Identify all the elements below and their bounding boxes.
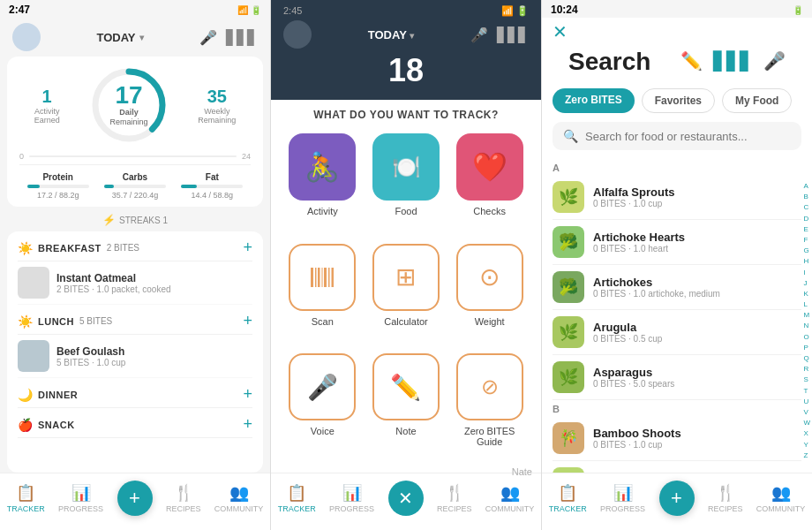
food-info: Beef Goulash 5 BITES · 1.0 cup (56, 345, 125, 367)
nav-progress[interactable]: 📊 PROGRESS (58, 483, 103, 513)
track-zero-bites[interactable]: ⊘ Zero BITESGuide (452, 353, 527, 466)
p2-community-icon: 👥 (500, 483, 520, 503)
nate-label: Nate (512, 466, 532, 477)
today-button[interactable]: TODAY ▾ (96, 31, 143, 44)
cancel-button[interactable]: ✕ (388, 481, 424, 516)
track-weight[interactable]: ⊙ Weight (452, 244, 527, 345)
fab-add-button[interactable]: + (117, 481, 153, 516)
mic-icon-3[interactable]: 🎤 (763, 50, 786, 72)
p2-nav-progress[interactable]: 📊 PROGRESS (329, 483, 374, 513)
mic-icon-2[interactable]: 🎤 (470, 26, 488, 43)
p3-nav-tracker[interactable]: 📋 TRACKER (549, 483, 587, 513)
food-sub: 0 BITES · 0.5 cup (593, 334, 662, 344)
snack-icon: 🍎 (18, 418, 33, 432)
food-info: Instant Oatmeal 2 BITES · 1.0 packet, co… (56, 272, 171, 294)
streak-icon: ⚡ (102, 214, 116, 226)
p2-progress-icon: 📊 (342, 483, 362, 503)
breakfast-add-button[interactable]: + (243, 238, 252, 257)
time-3: 10:24 (551, 4, 578, 16)
scale-max: 24 (242, 152, 251, 161)
track-activity[interactable]: 🚴 Activity (285, 133, 360, 235)
nav-tracker[interactable]: 📋 TRACKER (7, 483, 45, 513)
p2-nav-tracker[interactable]: 📋 TRACKER (278, 483, 316, 513)
list-item[interactable]: 🥦 Artichoke Hearts 0 BITES · 1.0 heart (553, 220, 801, 265)
food-sub: 5 BITES · 1.0 cup (56, 358, 125, 367)
weekly-value: 35 (198, 87, 236, 107)
list-item[interactable]: 🎋 Bamboo Shoots 0 BITES · 1.0 cup (553, 416, 801, 461)
search-bar[interactable]: 🔍 (553, 122, 801, 150)
track-calculator[interactable]: ⊞ Calculator (369, 244, 444, 345)
food-thumb-artichokes: 🥦 (553, 271, 584, 303)
track-checks[interactable]: ❤️ Checks (452, 133, 527, 235)
track-food[interactable]: 🍽️ Food (369, 133, 444, 235)
svg-rect-3 (315, 268, 317, 287)
p3-nav-progress[interactable]: 📊 PROGRESS (600, 483, 645, 513)
food-name: Beef Goulash (56, 345, 125, 358)
svg-rect-7 (328, 268, 330, 287)
today-label: TODAY (96, 31, 135, 44)
p2-recipes-label: RECIPES (437, 504, 472, 513)
p3-nav-community[interactable]: 👥 COMMUNITY (756, 483, 806, 513)
barcode-icon[interactable]: ▋▋▋ (226, 29, 258, 46)
p2-community-label: COMMUNITY (485, 504, 535, 513)
food-thumb-asparagus: 🌿 (553, 361, 584, 393)
dinner-section: 🌙 DINNER + (7, 378, 263, 408)
p2-nav-recipes[interactable]: 🍴 RECIPES (437, 483, 472, 513)
list-item[interactable]: 🌿 Asparagus 0 BITES · 5.0 spears (553, 355, 801, 400)
tab-my-food[interactable]: My Food (722, 88, 792, 113)
list-item[interactable]: 🌿 Arugula 0 BITES · 0.5 cup (553, 310, 801, 355)
list-item[interactable]: 🌿 Alfalfa Sprouts 0 BITES · 1.0 cup (553, 175, 801, 220)
calc-track-label: Calculator (384, 316, 428, 327)
food-info-asparagus: Asparagus 0 BITES · 5.0 spears (593, 366, 674, 389)
lunch-icon: ☀️ (18, 314, 33, 329)
bottom-nav-3: 📋 TRACKER 📊 PROGRESS + 🍴 RECIPES 👥 COMMU… (542, 473, 812, 530)
search-tabs: Zero BITES Favorites My Food (542, 88, 812, 122)
chevron-down-icon: ▾ (139, 33, 144, 42)
nav-recipes[interactable]: 🍴 RECIPES (166, 483, 201, 513)
nav-community[interactable]: 👥 COMMUNITY (214, 483, 264, 513)
barcode-icon-3[interactable]: ▋▋▋ (713, 50, 753, 72)
mic-icon[interactable]: 🎤 (199, 29, 217, 46)
track-note[interactable]: ✏️ Note (369, 353, 444, 466)
snack-add-button[interactable]: + (243, 415, 252, 434)
meal-log: ☀️ BREAKFAST 2 BITES + Instant Oatmeal 2… (7, 231, 263, 473)
ring-center: 17 Daily Remaining (109, 83, 147, 127)
list-item[interactable]: 🥦 Artichokes 0 BITES · 1.0 artichoke, me… (553, 265, 801, 310)
community-label: COMMUNITY (214, 504, 264, 513)
track-header: 2:45 📶 🔋 TODAY ▾ 🎤 ▋▋▋ 18 (271, 0, 541, 100)
snack-section: 🍎 SNACK + (7, 408, 263, 438)
food-sub: 2 BITES · 1.0 packet, cooked (56, 284, 171, 294)
list-item[interactable]: 🌱 Bean Sprouts 0 BITES · 1.0 cup (553, 461, 801, 473)
fat-value: 14.4 / 58.8g (181, 191, 243, 200)
ring-row: 1 ActivityEarned 17 Daily Remaining (19, 65, 251, 145)
scan-track-label: Scan (312, 316, 334, 327)
tab-zero-bites[interactable]: Zero BITES (553, 88, 635, 113)
food-name: Bamboo Shoots (593, 427, 681, 440)
barcode-svg (308, 263, 336, 292)
bottom-nav-2: 📋 TRACKER 📊 PROGRESS ✕ 🍴 RECIPES 👥 COMMU… (271, 473, 541, 530)
track-voice[interactable]: 🎤 Voice (285, 353, 360, 466)
avatar[interactable] (12, 23, 41, 51)
lunch-add-button[interactable]: + (243, 312, 252, 330)
track-scan[interactable]: Scan (285, 244, 360, 345)
search-input[interactable] (585, 130, 791, 143)
p3-fab-button[interactable]: + (659, 481, 695, 516)
barcode-icon-2[interactable]: ▋▋▋ (497, 26, 529, 43)
p3-nav-recipes[interactable]: 🍴 RECIPES (708, 483, 743, 513)
dinner-add-button[interactable]: + (243, 385, 252, 404)
list-item: Instant Oatmeal 2 BITES · 1.0 packet, co… (18, 261, 252, 305)
edit-icon[interactable]: ✏️ (680, 50, 703, 72)
tab-favorites[interactable]: Favorites (642, 88, 715, 113)
p3-recipes-icon: 🍴 (716, 483, 735, 503)
streaks-label: STREAKS 1 (119, 216, 168, 225)
close-button[interactable]: ✕ (542, 18, 812, 46)
checks-track-label: Checks (473, 206, 506, 216)
weight-track-label: Weight (475, 316, 505, 327)
p2-nav-community[interactable]: 👥 COMMUNITY (485, 483, 535, 513)
checks-icon-box: ❤️ (456, 133, 523, 201)
activity-icon-box: 🚴 (289, 133, 356, 201)
macros-row: Protein 17.2 / 88.2g Carbs 35.7 / 220.4g… (19, 164, 251, 200)
protein-value: 17.2 / 88.2g (27, 191, 89, 200)
voice-track-label: Voice (311, 426, 335, 436)
panel-tracker: 2:47 📶 🔋 TODAY ▾ 🎤 ▋▋▋ 1 ActivityEarned (0, 0, 271, 530)
